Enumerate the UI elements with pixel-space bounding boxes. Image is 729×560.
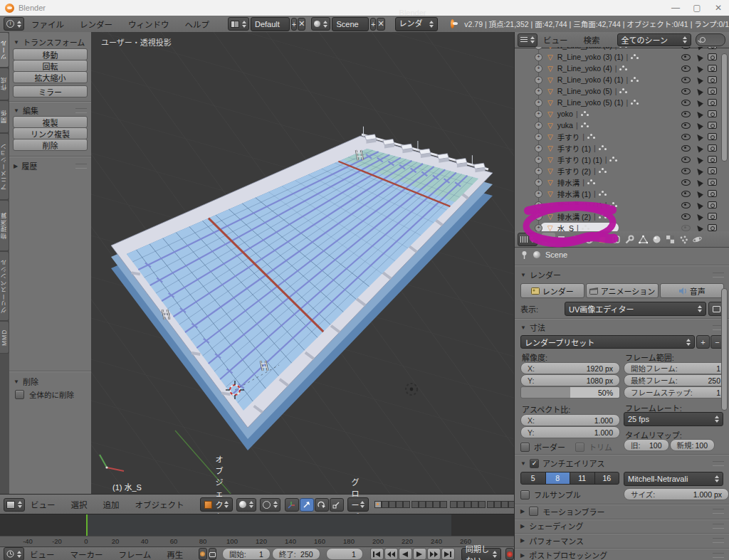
editor-type-button[interactable]: [518, 233, 537, 246]
operator-panel-title[interactable]: ▼削除: [14, 376, 38, 387]
visibility-eye-icon[interactable]: [681, 213, 691, 220]
selectability-cursor-icon[interactable]: [695, 201, 703, 209]
visibility-eye-icon[interactable]: [681, 111, 691, 117]
visibility-eye-icon[interactable]: [681, 54, 691, 60]
outliner-row[interactable]: +▽手すり (1) (1)|: [515, 154, 729, 165]
panel-edit-title[interactable]: ▼編集: [14, 105, 87, 116]
aa-size-field[interactable]: サイズ:1.000 px: [624, 488, 729, 500]
start-frame-field[interactable]: 開始フレーム:1: [624, 362, 728, 374]
translate-manipulator-button[interactable]: [300, 498, 314, 512]
add-preset-button[interactable]: +: [696, 335, 710, 349]
sync-mode-selector[interactable]: 同期しない: [461, 548, 501, 560]
timeline-menu-0[interactable]: ビュー: [30, 549, 55, 560]
scene-icon-button[interactable]: [311, 17, 330, 31]
object-name[interactable]: yuka: [557, 121, 573, 130]
pivot-point-selector[interactable]: [260, 498, 280, 512]
object-name[interactable]: yoko: [557, 110, 573, 118]
panel-dimensions-title[interactable]: ▼寸法: [520, 322, 724, 333]
transform-orientation-selector[interactable]: グローバル: [347, 497, 369, 512]
expand-icon[interactable]: +: [535, 190, 542, 198]
layers-grid-1[interactable]: [374, 501, 447, 508]
transform-2-button[interactable]: 回転: [13, 60, 88, 72]
layer-13[interactable]: [464, 501, 471, 508]
panel-grip[interactable]: [75, 108, 87, 113]
edit-1-button[interactable]: 複製: [13, 116, 88, 128]
panel-antialiasing-title[interactable]: ▼✓アンチエイリアス: [520, 458, 724, 469]
selectability-cursor-icon[interactable]: [695, 110, 703, 118]
toolshelf-tab-6[interactable]: グリースペンシル: [0, 251, 9, 321]
layer-4[interactable]: [396, 501, 403, 508]
layer-1[interactable]: [374, 501, 382, 508]
delete-scene-button[interactable]: ✕: [377, 18, 384, 31]
menu-0[interactable]: ファイル: [31, 19, 64, 30]
viewport-menu-3[interactable]: オブジェクト: [135, 499, 184, 510]
timeline-canvas[interactable]: [0, 514, 514, 537]
visibility-eye-icon[interactable]: [681, 77, 691, 83]
layer-7[interactable]: [419, 501, 426, 508]
renderability-camera-icon[interactable]: [708, 65, 717, 72]
scale-manipulator-button[interactable]: [330, 498, 344, 512]
expand-icon[interactable]: +: [535, 122, 542, 130]
viewport-shading-selector[interactable]: [236, 498, 256, 512]
layer-14[interactable]: [471, 501, 478, 508]
object-name[interactable]: 排水溝 (1) (1): [557, 200, 602, 211]
jump-to-start-button[interactable]: [370, 548, 384, 560]
renderability-camera-icon[interactable]: [708, 224, 717, 231]
outliner-menu-0[interactable]: ビュー: [543, 34, 568, 46]
timeline-menu-1[interactable]: マーカー: [70, 549, 103, 560]
screen-layout-selector[interactable]: Default: [251, 17, 290, 31]
viewport-menu-0[interactable]: ビュー: [31, 499, 56, 510]
screen-layout-icon-button[interactable]: [228, 17, 249, 31]
renderability-camera-icon[interactable]: [708, 133, 717, 140]
renderability-camera-icon[interactable]: [708, 190, 717, 197]
toolshelf-tab-5[interactable]: 物理演算: [0, 200, 9, 251]
manipulator-toggle-button[interactable]: [285, 498, 299, 512]
layer-18[interactable]: [501, 501, 508, 508]
resolution-scale-slider[interactable]: 50%: [520, 386, 620, 398]
visibility-eye-icon[interactable]: [681, 191, 691, 197]
render-engine-selector[interactable]: Blenderレンダー: [395, 17, 438, 31]
renderability-camera-icon[interactable]: [708, 122, 717, 129]
layer-17[interactable]: [494, 501, 501, 508]
panel-transform-title[interactable]: ▼トランスフォーム: [14, 36, 85, 48]
selectability-cursor-icon[interactable]: [695, 155, 703, 164]
rotate-manipulator-button[interactable]: [315, 498, 329, 512]
play-button[interactable]: [413, 548, 426, 560]
outliner-row[interactable]: +▽手すり (2)|: [515, 165, 729, 176]
properties-tab-render-layers[interactable]: [555, 233, 569, 245]
expand-icon[interactable]: +: [535, 47, 542, 50]
object-name[interactable]: R_Line_yoko (3): [557, 47, 612, 50]
editor-type-button[interactable]: i: [4, 17, 24, 31]
selectability-cursor-icon[interactable]: [695, 132, 703, 141]
properties-tab-render[interactable]: [542, 233, 555, 245]
object-name[interactable]: 手すり (1) (1): [557, 154, 602, 165]
jump-to-end-button[interactable]: [441, 548, 455, 560]
selectability-cursor-icon[interactable]: [695, 64, 703, 73]
visibility-eye-icon[interactable]: [681, 225, 691, 231]
aa-samples-11-button[interactable]: 11: [570, 472, 595, 485]
expand-icon[interactable]: +: [535, 133, 542, 141]
panel-4-collapsed[interactable]: ▶ポストプロセッシング: [515, 549, 729, 560]
render-audio-button[interactable]: 音声: [660, 283, 724, 298]
maximize-button[interactable]: ▢: [686, 3, 708, 13]
outliner-row[interactable]: +▽水_S|: [515, 222, 729, 231]
frame-end-field[interactable]: 終了:250: [272, 548, 320, 560]
expand-icon[interactable]: +: [535, 144, 542, 152]
panel-3-collapsed[interactable]: ▶パフォーマンス: [515, 534, 729, 549]
properties-tab-texture[interactable]: [664, 233, 677, 245]
mode-selector[interactable]: オブジェクトモード: [200, 497, 233, 512]
selectability-cursor-icon[interactable]: [695, 53, 703, 61]
object-name[interactable]: R_Line_yoko (3) (1): [557, 53, 624, 61]
object-name[interactable]: 排水溝 (2): [557, 211, 591, 222]
visibility-eye-icon[interactable]: [681, 145, 691, 152]
expand-icon[interactable]: +: [535, 88, 542, 95]
renderability-camera-icon[interactable]: [708, 213, 717, 220]
layer-2[interactable]: [382, 501, 389, 508]
layer-16[interactable]: [487, 501, 494, 508]
properties-tab-physics[interactable]: [691, 233, 704, 245]
selectability-cursor-icon[interactable]: [695, 144, 703, 152]
object-name[interactable]: R_Line_yoko (4): [557, 64, 612, 73]
resolution-x-field[interactable]: X:1920 px: [520, 362, 620, 374]
expand-icon[interactable]: +: [535, 110, 542, 118]
expand-icon[interactable]: +: [535, 201, 542, 209]
